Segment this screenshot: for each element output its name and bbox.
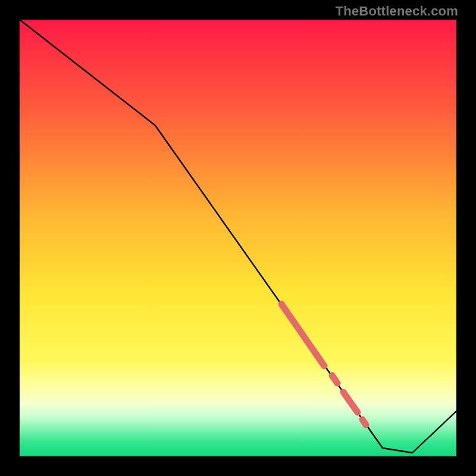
- highlight-dashes: [281, 304, 366, 425]
- chart-stage: TheBottleneck.com: [0, 0, 476, 476]
- bottleneck-curve: [20, 20, 456, 453]
- highlight-dash: [332, 375, 337, 383]
- highlight-dash: [362, 419, 366, 425]
- highlight-dash: [281, 304, 324, 366]
- highlight-dash: [343, 392, 358, 412]
- curve-layer: [20, 20, 456, 456]
- watermark-text: TheBottleneck.com: [336, 4, 458, 19]
